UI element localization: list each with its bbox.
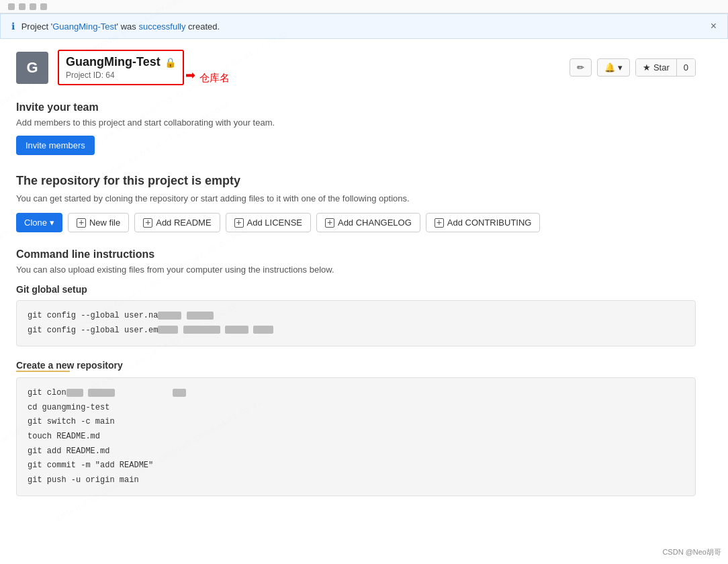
touch-line: touch README.md <box>28 430 684 444</box>
notification-text-post: created. <box>185 21 220 32</box>
action-buttons: Clone ▾ + New file + Add README + Add LI… <box>16 213 696 232</box>
add-readme-button[interactable]: + Add README <box>134 213 220 232</box>
notification-close-button[interactable]: × <box>711 21 717 32</box>
create-repo-subtitle-text: Create a new repository <box>16 360 123 371</box>
notification-project-name: GuangMing-Test <box>52 21 116 32</box>
project-name-text: GuangMing-Test <box>66 55 161 69</box>
add-changelog-button[interactable]: + Add CHANGELOG <box>316 213 420 232</box>
notification-success-word: successfully <box>138 21 185 32</box>
project-name: GuangMing-Test 🔒 <box>66 55 176 69</box>
main-content: G GuangMing-Test 🔒 Project ID: 64 ➡ 仓库名 <box>0 39 712 528</box>
cmd-heading: Command line instructions <box>16 248 696 261</box>
create-repo-code-block: git clon cd guangming-test git switch -c… <box>16 377 696 496</box>
add-readme-label: Add README <box>156 218 211 228</box>
notification-bar: ℹ Project 'GuangMing-Test' was successfu… <box>0 13 728 39</box>
new-file-button[interactable]: + New file <box>68 213 129 232</box>
invite-description: Add members to this project and start co… <box>16 117 696 128</box>
new-file-label: New file <box>89 218 120 228</box>
cd-line: cd guangming-test <box>28 401 684 416</box>
cmd-section: Command line instructions You can also u… <box>16 248 696 496</box>
new-file-plus-icon: + <box>77 218 86 228</box>
git-config-name-line: git config --global user.na <box>28 309 684 324</box>
project-info: G GuangMing-Test 🔒 Project ID: 64 ➡ 仓库名 <box>16 50 230 85</box>
project-actions: ✏ 🔔 ▾ ★ Star 0 <box>570 58 696 77</box>
topbar-dot <box>19 3 26 10</box>
add-license-button[interactable]: + Add LICENSE <box>226 213 311 232</box>
project-name-block: GuangMing-Test 🔒 Project ID: 64 <box>58 50 184 85</box>
repo-empty-heading: The repository for this project is empty <box>16 174 696 188</box>
project-id: Project ID: 64 <box>66 70 176 80</box>
add-contributing-button[interactable]: + Add CONTRIBUTING <box>426 213 541 232</box>
subtitle-divider <box>16 371 70 372</box>
topbar-dot <box>8 3 15 10</box>
star-button-group: ★ Star 0 <box>635 58 696 77</box>
topbar-dot <box>30 3 36 10</box>
git-config-email-line: git config --global user.em <box>28 324 684 338</box>
invite-section: Invite your team Add members to this pro… <box>16 101 696 155</box>
clone-label: Clone <box>24 218 47 228</box>
info-icon: ℹ <box>11 21 15 32</box>
top-bar <box>0 0 728 13</box>
notification-message: ℹ Project 'GuangMing-Test' was successfu… <box>11 21 220 32</box>
git-clone-line: git clon <box>28 386 684 401</box>
invite-heading: Invite your team <box>16 101 696 113</box>
bell-chevron: ▾ <box>618 62 623 73</box>
clone-button[interactable]: Clone ▾ <box>16 213 62 232</box>
clone-chevron: ▾ <box>50 218 54 228</box>
invite-members-button[interactable]: Invite members <box>16 136 95 155</box>
bell-icon: 🔔 <box>604 62 615 73</box>
git-global-code-block: git config --global user.na git config -… <box>16 300 696 346</box>
add-license-label: Add LICENSE <box>247 218 302 228</box>
add-readme-plus-icon: + <box>143 218 152 228</box>
notification-button[interactable]: 🔔 ▾ <box>597 58 630 77</box>
topbar-dot <box>40 3 47 10</box>
repo-empty-section: The repository for this project is empty… <box>16 174 696 232</box>
git-add-line: git add README.md <box>28 444 684 459</box>
git-global-subtitle: Git global setup <box>16 284 696 295</box>
git-switch-line: git switch -c main <box>28 415 684 430</box>
project-avatar: G <box>16 52 48 84</box>
repo-empty-description: You can get started by cloning the repos… <box>16 193 696 203</box>
add-license-plus-icon: + <box>234 218 244 228</box>
cmd-description: You can also upload existing files from … <box>16 265 696 275</box>
star-icon: ★ <box>643 62 651 73</box>
arrow-annotation: ➡ 仓库名 <box>185 56 230 85</box>
add-changelog-plus-icon: + <box>325 218 334 228</box>
notification-text-mid: ' was <box>117 21 139 32</box>
star-label-text: Star <box>653 62 670 73</box>
project-header: G GuangMing-Test 🔒 Project ID: 64 ➡ 仓库名 <box>16 50 696 85</box>
edit-icon: ✏ <box>577 62 584 73</box>
annotation-label: 仓库名 <box>199 72 230 85</box>
create-repo-subtitle: Create a new repository <box>16 360 696 372</box>
edit-button[interactable]: ✏ <box>570 58 592 77</box>
star-label-button[interactable]: ★ Star <box>636 59 677 76</box>
arrow-icon: ➡ <box>185 68 195 83</box>
add-contributing-label: Add CONTRIBUTING <box>447 218 532 228</box>
add-contributing-plus-icon: + <box>435 218 444 228</box>
git-commit-line: git commit -m "add README" <box>28 459 684 473</box>
notification-text-pre: Project ' <box>21 21 53 32</box>
repo-label-annotation: ➡ 仓库名 <box>180 50 230 85</box>
star-count[interactable]: 0 <box>677 59 695 76</box>
lock-icon: 🔒 <box>165 57 176 68</box>
git-push-line: git push -u origin main <box>28 473 684 488</box>
add-changelog-label: Add CHANGELOG <box>338 218 412 228</box>
